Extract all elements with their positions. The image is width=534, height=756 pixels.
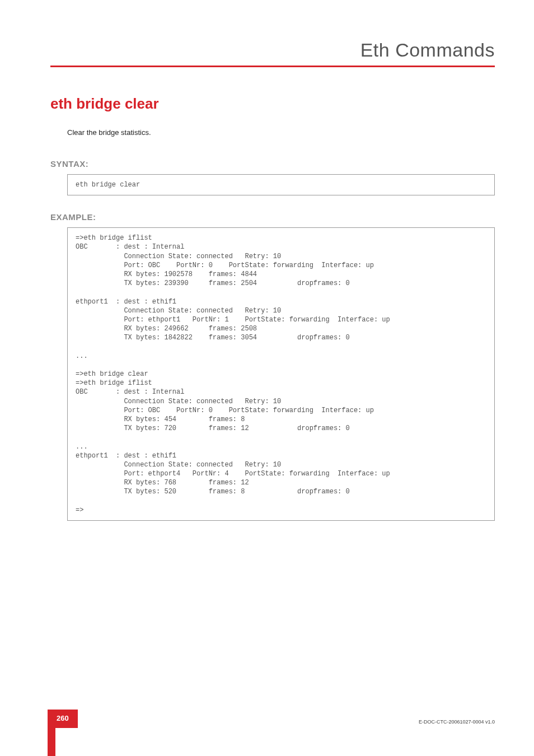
example-code-box: =>eth bridge iflist OBC : dest : Interna… — [67, 227, 495, 521]
header-divider — [50, 66, 495, 67]
document-id: E-DOC-CTC-20061027-0004 v1.0 — [419, 719, 495, 725]
syntax-code-box: eth bridge clear — [67, 174, 495, 195]
example-label: EXAMPLE: — [50, 212, 495, 222]
command-title: eth bridge clear — [50, 95, 495, 113]
footer-accent-bar — [48, 728, 55, 756]
syntax-code: eth bridge clear — [76, 180, 486, 189]
command-description: Clear the bridge statistics. — [67, 128, 495, 137]
syntax-label: SYNTAX: — [50, 159, 495, 169]
page-number: 260 — [48, 710, 78, 728]
example-code: =>eth bridge iflist OBC : dest : Interna… — [76, 234, 486, 515]
page-header-title: Eth Commands — [50, 39, 495, 61]
